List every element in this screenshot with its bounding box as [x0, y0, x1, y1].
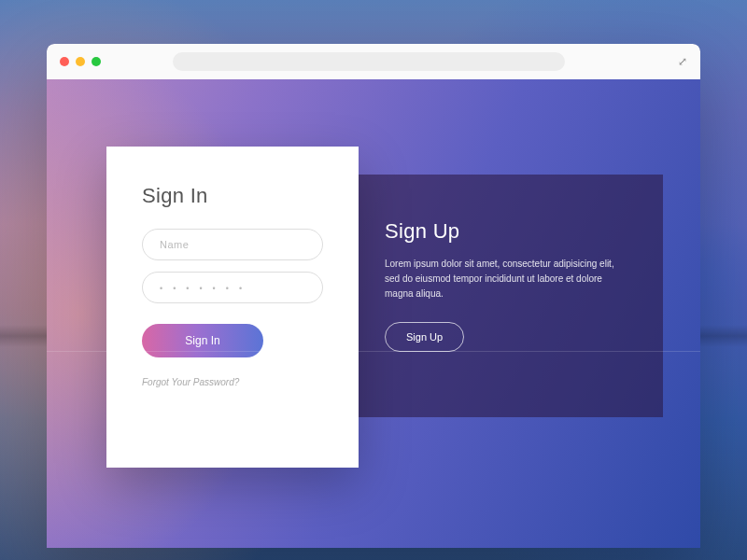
address-bar[interactable]: [173, 52, 565, 71]
signup-button[interactable]: Sign Up: [385, 322, 464, 352]
password-field[interactable]: [142, 272, 323, 303]
signup-title: Sign Up: [385, 219, 626, 244]
browser-window: ⤢ Sign Up Lorem ipsum dolor sit amet, co…: [47, 44, 700, 548]
page-viewport: Sign Up Lorem ipsum dolor sit amet, cons…: [47, 79, 700, 548]
signin-title: Sign In: [142, 184, 323, 208]
titlebar: ⤢: [47, 44, 700, 79]
window-close-icon[interactable]: [60, 57, 69, 66]
name-field[interactable]: [142, 229, 323, 260]
signin-card: Sign In Sign In Forgot Your Password?: [106, 147, 359, 468]
window-minimize-icon[interactable]: [76, 57, 85, 66]
expand-icon[interactable]: ⤢: [678, 55, 687, 68]
signup-panel: Sign Up Lorem ipsum dolor sit amet, cons…: [317, 175, 663, 417]
signin-button[interactable]: Sign In: [142, 324, 263, 357]
signup-description: Lorem ipsum dolor sit amet, consectetur …: [385, 257, 618, 301]
window-zoom-icon[interactable]: [92, 57, 101, 66]
forgot-password-link[interactable]: Forgot Your Password?: [142, 377, 239, 387]
